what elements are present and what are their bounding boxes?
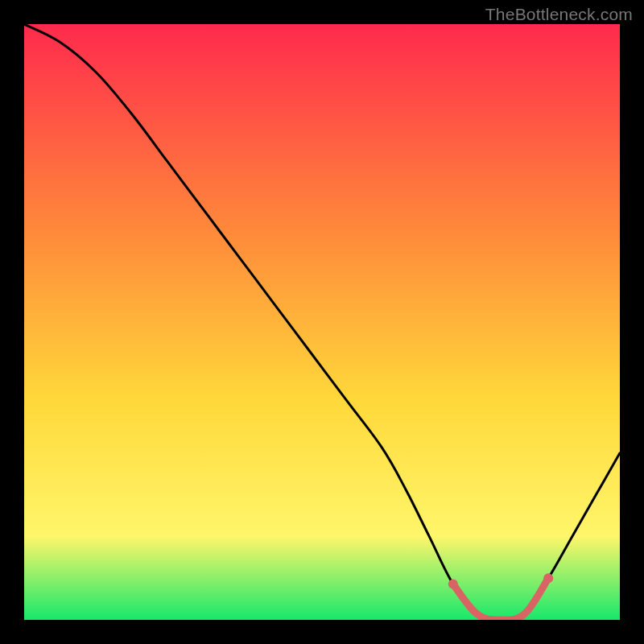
highlight-endpoint-dot [543,573,553,583]
watermark-text: TheBottleneck.com [485,5,633,24]
chart-frame [24,24,620,620]
bottleneck-chart [24,24,620,620]
highlight-endpoint-dot [448,580,458,589]
gradient-background [24,24,620,620]
